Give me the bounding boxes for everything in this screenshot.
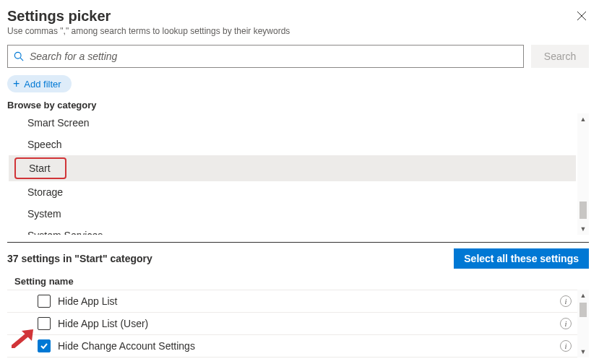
page-title: Settings picker [7,7,589,25]
category-item[interactable]: Start [9,155,576,181]
category-item[interactable]: System [9,203,576,225]
info-icon[interactable]: i [560,340,572,352]
plus-icon: + [13,78,20,90]
setting-label: Hide Change Account Settings [58,340,553,352]
close-button[interactable] [574,9,589,23]
results-count: 37 settings in "Start" category [7,253,152,264]
scroll-up-icon[interactable]: ▲ [577,113,589,125]
info-icon[interactable]: i [560,318,572,329]
category-list: Smart ScreenSpeechStartStorageSystemSyst… [7,112,577,235]
setting-row: Hide Change Account Settingsi [7,335,577,358]
divider [7,242,589,243]
svg-point-0 [14,52,21,58]
scroll-down-icon[interactable]: ▼ [577,223,589,235]
category-item-highlighted[interactable]: Start [14,157,66,179]
category-item[interactable]: System Services [9,225,576,235]
category-item[interactable]: Storage [9,181,576,203]
setting-label: Hide App List [58,295,553,307]
scroll-down-icon[interactable]: ▼ [577,346,589,358]
page-subtitle: Use commas "," among search terms to loo… [7,26,589,36]
scroll-up-icon[interactable]: ▲ [577,290,589,301]
setting-checkbox[interactable] [38,317,51,330]
settings-scrollbar[interactable]: ▲ ▼ [577,290,589,358]
column-header: Setting name [7,276,589,287]
setting-label: Hide App List (User) [58,318,553,329]
setting-checkbox[interactable] [38,339,51,352]
search-input[interactable] [28,50,517,63]
info-icon[interactable]: i [560,295,572,307]
select-all-button[interactable]: Select all these settings [454,248,589,269]
setting-row: Hide App Listi [7,290,577,313]
setting-checkbox[interactable] [38,295,51,308]
browse-label: Browse by category [7,100,589,110]
scrollbar-thumb[interactable] [579,202,587,219]
add-filter-label: Add filter [24,79,61,90]
search-box[interactable] [7,45,524,68]
add-filter-button[interactable]: + Add filter [7,75,72,92]
svg-line-1 [20,58,23,61]
search-icon [14,51,24,61]
category-item[interactable]: Smart Screen [9,112,576,134]
setting-row: Hide App List (User)i [7,313,577,335]
category-item[interactable]: Speech [9,134,576,155]
close-icon [577,11,587,21]
category-scrollbar[interactable]: ▲ ▼ [577,113,589,235]
search-button[interactable]: Search [531,45,589,68]
settings-list: Hide App ListiHide App List (User)iHide … [7,290,577,358]
scrollbar-thumb[interactable] [579,303,587,317]
